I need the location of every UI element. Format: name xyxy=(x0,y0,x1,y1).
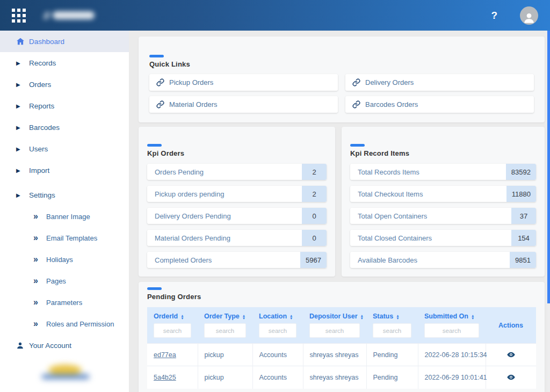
kpi-row-material-orders-pending: Material Orders Pending 0 xyxy=(147,230,327,246)
user-avatar[interactable] xyxy=(520,6,538,25)
kpi-value: 154 xyxy=(511,230,536,246)
quick-link-barcodes-orders[interactable]: Barcodes Orders xyxy=(345,96,534,113)
column-header-order-type[interactable]: Order Type▲▼ xyxy=(198,307,252,321)
kpi-orders-panel: Kpi Orders Orders Pending 2 Pickup order… xyxy=(139,127,335,277)
kpi-row-pickup-orders-pending: Pickup orders pending 2 xyxy=(147,186,327,202)
order-id-link[interactable]: ed77ea xyxy=(154,351,176,359)
status-cell: Pending xyxy=(366,344,418,366)
sidebar-item-records[interactable]: ▶ Records xyxy=(0,52,129,74)
sidebar-item-pages[interactable]: » Pages xyxy=(0,270,129,292)
sidebar-item-orders[interactable]: ▶ Orders xyxy=(0,74,129,95)
kpi-value: 37 xyxy=(511,208,536,224)
kpi-value: 2 xyxy=(302,186,327,202)
eye-icon xyxy=(506,373,516,382)
eye-icon xyxy=(506,350,516,359)
sidebar-item-label: Import xyxy=(29,166,49,175)
column-header-actions: Actions xyxy=(486,307,536,344)
depositor-user-cell: shreyas shreyas xyxy=(303,366,366,389)
sidebar-item-email-templates[interactable]: » Email Templates xyxy=(0,227,129,249)
sidebar-item-roles-and-permission[interactable]: » Roles and Permission xyxy=(0,313,129,335)
title-accent-dash xyxy=(350,144,365,147)
kpi-row-total-open-containers: Total Open Containers 37 xyxy=(350,208,536,224)
view-order-button[interactable] xyxy=(505,349,517,360)
kpi-value: 2 xyxy=(302,164,327,180)
quick-link-delivery-orders[interactable]: Delivery Orders xyxy=(345,74,534,91)
sidebar-item-label: Reports xyxy=(29,102,54,110)
sidebar-item-settings[interactable]: ▶ Settings xyxy=(0,184,129,206)
sort-icon[interactable]: ▲▼ xyxy=(290,314,293,320)
kpi-list: Orders Pending 2 Pickup orders pending 2… xyxy=(147,164,327,268)
sidebar-item-banner-image[interactable]: » Banner Image xyxy=(0,206,129,227)
sort-icon[interactable]: ▲▼ xyxy=(242,314,245,320)
depositor-user-search-input[interactable] xyxy=(309,323,360,338)
sidebar-item-label: Settings xyxy=(29,191,55,199)
help-icon[interactable]: ? xyxy=(491,10,497,21)
sidebar-item-label: Your Account xyxy=(29,342,71,350)
sort-icon[interactable]: ▲▼ xyxy=(396,314,399,320)
order-id-link[interactable]: 5a4b25 xyxy=(154,374,176,381)
status-search-input[interactable] xyxy=(373,323,411,338)
sidebar-item-label: Orders xyxy=(29,81,51,89)
kpi-label: Completed Orders xyxy=(147,256,212,264)
sidebar-item-dashboard[interactable]: Dashboard xyxy=(0,31,129,52)
section-title: Pending Orders xyxy=(147,293,536,301)
kpi-row-total-checkout-items: Total Checkout Items 11880 xyxy=(350,186,536,202)
scrollbar-track[interactable] xyxy=(547,31,550,392)
sidebar-item-label: Users xyxy=(29,145,48,153)
kpi-label: Total Closed Containers xyxy=(350,234,432,242)
sidebar-item-parameters[interactable]: » Parameters xyxy=(0,292,129,313)
kpi-row-delivery-orders-pending: Delivery Orders Pending 0 xyxy=(147,208,327,224)
kpi-label: Available Barcodes xyxy=(350,256,417,264)
depositor-user-cell: shreyas shreyas xyxy=(303,344,366,366)
title-accent-dash xyxy=(147,144,162,147)
sort-icon[interactable]: ▲▼ xyxy=(471,314,474,320)
quick-link-label: Pickup Orders xyxy=(169,78,213,86)
submitted-on-search-input[interactable] xyxy=(424,323,479,338)
sort-icon[interactable]: ▲▼ xyxy=(360,314,364,320)
sidebar-item-your-account[interactable]: Your Account xyxy=(0,335,129,356)
kpi-row-total-records-items: Total Records Items 83592 xyxy=(350,164,536,180)
link-icon xyxy=(156,100,164,108)
top-bar: ? xyxy=(0,0,550,31)
kpi-label: Material Orders Pending xyxy=(147,234,230,242)
sidebar-item-holidays[interactable]: » Holidays xyxy=(0,249,129,270)
sidebar-item-import[interactable]: ▶ Import xyxy=(0,159,129,181)
user-icon xyxy=(16,342,29,350)
sidebar-item-users[interactable]: ▶ Users xyxy=(0,138,129,159)
column-header-status[interactable]: Status▲▼ xyxy=(366,307,418,321)
column-header-depositor-user[interactable]: Depositor User▲▼ xyxy=(303,307,366,321)
view-order-button[interactable] xyxy=(505,372,517,383)
order-type-cell: pickup xyxy=(198,344,252,366)
title-accent-dash xyxy=(149,55,164,57)
caret-right-icon: ▶ xyxy=(16,60,29,66)
kpi-label: Total Open Containers xyxy=(350,212,427,220)
section-title: Kpi Orders xyxy=(147,149,327,157)
sidebar-item-reports[interactable]: ▶ Reports xyxy=(0,95,129,117)
main-content: Quick Links Pickup Orders xyxy=(129,31,550,392)
quick-link-material-orders[interactable]: Material Orders xyxy=(149,96,338,113)
quick-link-pickup-orders[interactable]: Pickup Orders xyxy=(149,74,338,91)
sort-icon[interactable]: ▲▼ xyxy=(180,314,184,320)
caret-right-icon: ▶ xyxy=(16,82,29,88)
caret-right-icon: ▶ xyxy=(16,125,29,130)
location-search-input[interactable] xyxy=(259,323,296,338)
sidebar-item-barcodes[interactable]: ▶ Barcodes xyxy=(0,117,129,138)
order-type-search-input[interactable] xyxy=(204,323,246,338)
submitted-on-cell: 2022-06-29 10:01:41 xyxy=(418,366,486,389)
apps-grid-icon[interactable] xyxy=(12,9,26,23)
order-type-cell: pickup xyxy=(198,366,252,389)
column-header-orderid[interactable]: OrderId▲▼ xyxy=(147,307,198,321)
kpi-record-items-panel: Kpi Record Items Total Records Items 835… xyxy=(342,127,545,277)
sidebar: Dashboard ▶ Records ▶ Orders ▶ Reports ▶… xyxy=(0,31,129,392)
column-header-submitted-on[interactable]: Submitted On▲▼ xyxy=(418,307,486,321)
orderid-search-input[interactable] xyxy=(154,323,191,338)
quick-links-grid: Pickup Orders Delivery Orders xyxy=(149,74,534,113)
sidebar-subitem-label: Parameters xyxy=(46,299,82,307)
column-header-location[interactable]: Location▲▼ xyxy=(252,307,303,321)
scrollbar-thumb[interactable] xyxy=(547,31,550,303)
kpi-label: Delivery Orders Pending xyxy=(147,212,231,220)
kpi-row-completed-orders: Completed Orders 5967 xyxy=(147,252,327,268)
double-chevron-icon: » xyxy=(33,319,46,329)
submitted-on-cell: 2022-06-28 10:15:34 xyxy=(418,344,486,366)
kpi-label: Total Checkout Items xyxy=(350,190,423,198)
